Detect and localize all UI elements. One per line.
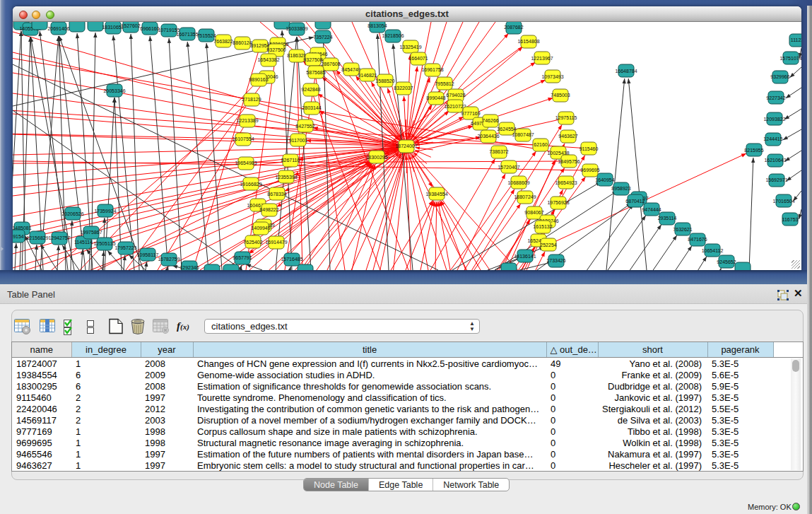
svg-text:20691406: 20691406	[47, 26, 69, 31]
svg-text:62160: 62160	[534, 142, 548, 147]
svg-text:16107554: 16107554	[232, 136, 254, 141]
svg-text:10688609: 10688609	[507, 180, 529, 185]
svg-text:19654983: 19654983	[235, 160, 257, 165]
svg-text:2867608: 2867608	[321, 62, 340, 66]
svg-text:7515524: 7515524	[196, 33, 216, 38]
svg-text:7386372: 7386372	[489, 149, 508, 154]
svg-text:16782759: 16782759	[158, 257, 180, 262]
svg-text:7955812: 7955812	[435, 81, 454, 86]
svg-text:16210643: 16210643	[764, 158, 786, 163]
svg-text:2718129: 2718129	[242, 97, 261, 102]
svg-text:17957225: 17957225	[114, 245, 136, 250]
svg-text:15751074: 15751074	[779, 56, 801, 61]
svg-text:18807249: 18807249	[514, 194, 536, 199]
svg-text:7485003: 7485003	[551, 93, 570, 98]
svg-text:16914479: 16914479	[265, 240, 287, 245]
svg-text:9699695: 9699695	[580, 168, 599, 173]
svg-text:8860124: 8860124	[233, 40, 252, 45]
svg-text:9890163: 9890163	[249, 77, 268, 82]
svg-text:19218506: 19218506	[382, 33, 404, 38]
svg-text:10958117: 10958117	[137, 252, 159, 257]
svg-text:19756928: 19756928	[547, 200, 569, 205]
svg-text:1733426: 1733426	[546, 258, 565, 263]
svg-text:6794028: 6794028	[446, 93, 465, 98]
svg-text:15720407: 15720407	[498, 165, 519, 170]
svg-text:9474444: 9474444	[642, 207, 661, 212]
svg-text:8678334: 8678334	[267, 192, 286, 197]
svg-text:9777169: 9777169	[461, 111, 480, 116]
svg-text:19654923: 19654923	[555, 180, 577, 185]
svg-text:6966160: 6966160	[140, 26, 159, 31]
svg-text:9115460: 9115460	[579, 146, 599, 151]
svg-text:10807487: 10807487	[512, 132, 534, 137]
svg-text:2935114: 2935114	[658, 216, 677, 221]
svg-text:20206526: 20206526	[61, 211, 83, 216]
svg-text:16671355: 16671355	[176, 32, 198, 37]
svg-text:1664071: 1664071	[408, 56, 428, 61]
svg-text:10654112: 10654112	[702, 248, 724, 253]
svg-text:12156829: 12156829	[26, 235, 48, 240]
svg-text:10973493: 10973493	[541, 74, 563, 79]
svg-text:20053346: 20053346	[103, 88, 125, 93]
svg-text:8990448: 8990448	[426, 95, 445, 100]
svg-text:12942757: 12942757	[48, 235, 70, 240]
svg-text:9329966: 9329966	[770, 74, 789, 79]
svg-text:1244415: 1244415	[763, 136, 782, 141]
svg-text:1640954: 1640954	[595, 177, 614, 182]
svg-text:12093822: 12093822	[763, 117, 785, 122]
svg-text:18300295: 18300295	[365, 155, 387, 160]
svg-text:116753: 116753	[782, 217, 799, 222]
svg-text:18724007: 18724007	[395, 144, 417, 148]
svg-text:5875685: 5875685	[306, 70, 325, 75]
svg-text:14136141: 14136141	[514, 254, 536, 259]
svg-text:7357224: 7357224	[313, 35, 332, 40]
svg-text:19384554: 19384554	[425, 192, 447, 197]
svg-text:9245652: 9245652	[717, 259, 736, 264]
svg-text:15716485: 15716485	[281, 257, 302, 262]
svg-text:9117001: 9117001	[289, 138, 308, 143]
svg-text:1588520: 1588520	[375, 78, 394, 83]
svg-text:11123: 11123	[791, 37, 801, 42]
svg-text:19166829: 19166829	[240, 182, 261, 187]
svg-text:16648784: 16648784	[615, 69, 637, 74]
svg-text:12505135: 12505135	[93, 241, 115, 246]
svg-text:3624554: 3624554	[497, 127, 516, 132]
svg-text:17016504: 17016504	[772, 199, 794, 204]
svg-text:9227342: 9227342	[766, 95, 785, 100]
svg-text:2087682: 2087682	[504, 25, 523, 30]
svg-text:252254: 252254	[540, 243, 556, 247]
svg-text:8454749: 8454749	[341, 67, 360, 72]
svg-text:8813054: 8813054	[367, 23, 387, 28]
svg-text:15692971: 15692971	[765, 177, 787, 182]
svg-text:8958923: 8958923	[611, 186, 630, 191]
svg-text:18495756: 18495756	[558, 159, 579, 164]
svg-text:7632621: 7632621	[673, 227, 692, 232]
svg-text:19975867: 19975867	[80, 230, 102, 235]
svg-text:12213389: 12213389	[236, 118, 258, 123]
svg-text:9327508: 9327508	[303, 57, 322, 62]
svg-text:8471676: 8471676	[688, 237, 707, 242]
svg-text:746266: 746266	[482, 118, 498, 123]
svg-text:9463627: 9463627	[558, 134, 577, 139]
svg-text:12975115: 12975115	[555, 115, 577, 120]
svg-text:1409949: 1409949	[251, 226, 270, 230]
svg-text:12355394: 12355394	[275, 175, 297, 180]
svg-text:8427552: 8427552	[295, 124, 314, 129]
svg-text:16961758: 16961758	[421, 67, 443, 72]
svg-text:9657791: 9657791	[233, 255, 252, 260]
svg-text:16210722: 16210722	[444, 104, 466, 109]
svg-text:16543382: 16543382	[257, 57, 279, 62]
svg-text:7663822: 7663822	[213, 39, 233, 44]
svg-text:16154808: 16154808	[517, 39, 539, 44]
svg-text:17359924: 17359924	[94, 209, 116, 214]
svg-text:20364436: 20364436	[477, 134, 499, 139]
svg-text:6870412: 6870412	[625, 199, 645, 204]
svg-text:8498222: 8498222	[259, 207, 278, 212]
svg-text:7625402: 7625402	[243, 240, 262, 245]
svg-text:13325419: 13325419	[399, 45, 421, 49]
svg-text:8215955: 8215955	[744, 148, 763, 153]
svg-text:39154: 39154	[13, 234, 24, 239]
svg-text:16033809: 16033809	[286, 26, 307, 31]
svg-text:12213967: 12213967	[531, 56, 553, 61]
svg-text:9084067: 9084067	[524, 210, 543, 215]
